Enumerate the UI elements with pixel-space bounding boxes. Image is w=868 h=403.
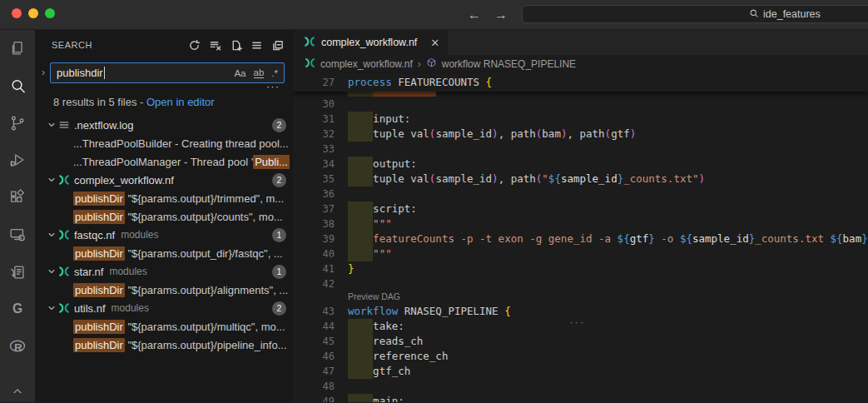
code-line[interactable]: 47 gtf_ch [293, 364, 868, 379]
activity-item-remote-explorer-icon[interactable] [0, 216, 35, 254]
line-number: 41 [293, 261, 348, 276]
match-result-row[interactable]: publishDir "${params.output}/multiqc", m… [35, 317, 293, 336]
code-line[interactable]: 31 input: [293, 112, 868, 127]
tab-complex-workflow[interactable]: complex_workflow.nf ✕ [293, 30, 448, 55]
line-number: 30 [293, 97, 348, 112]
titlebar: ← → ide_features [0, 0, 868, 30]
match-result-row[interactable]: publishDir "${params.output}/counts", mo… [35, 207, 293, 226]
code-line[interactable]: 48 [293, 379, 868, 394]
line-number: 46 [293, 349, 348, 364]
activity-item-source-control-icon[interactable] [0, 104, 35, 142]
open-new-search-editor-icon[interactable] [228, 37, 243, 52]
forward-arrow-icon[interactable]: → [494, 7, 508, 22]
code-line[interactable]: 44 take: [293, 319, 868, 334]
code-area[interactable]: 27process FEATURECOUNTS { 3031 input:32 … [293, 73, 868, 402]
code-line[interactable]: 36 [293, 187, 868, 202]
search-icon [749, 8, 759, 21]
more-actions-icon[interactable]: ··· [35, 83, 293, 93]
match-result-row[interactable]: ...ThreadPoolManager - Thread pool 'Publ… [35, 152, 293, 171]
match-result-row[interactable]: publishDir "${params.output}/pipeline_in… [35, 336, 293, 354]
partial-line-29 [293, 92, 868, 97]
line-number: 47 [293, 364, 348, 379]
line-number: 38 [293, 216, 348, 231]
line-number: 31 [293, 112, 348, 127]
file-result-row[interactable]: .nextflow.log2 [35, 116, 293, 134]
code-line[interactable]: 30 [293, 97, 868, 112]
activity-item-partial-bottom-icon[interactable] [0, 365, 35, 402]
close-window-button[interactable] [12, 8, 22, 18]
sticky-scroll-line[interactable]: 27process FEATURECOUNTS { [293, 73, 868, 92]
match-highlight: publishDir [73, 192, 125, 206]
code-line[interactable]: 49 main: [293, 394, 868, 402]
activity-item-extensions-icon[interactable] [0, 179, 35, 216]
file-description: modules [109, 266, 146, 277]
chevron-down-icon[interactable] [45, 266, 58, 276]
open-in-editor-link[interactable]: Open in editor [146, 96, 215, 108]
search-results-tree: .nextflow.log2...ThreadPoolBuilder - Cre… [35, 116, 293, 354]
breadcrumb-file[interactable]: complex_workflow.nf [320, 58, 413, 70]
code-line[interactable]: 39 featureCounts -p -t exon -g gene_id -… [293, 231, 868, 246]
file-result-row[interactable]: utils.nfmodules2 [35, 299, 293, 317]
match-highlight: publishDir [73, 246, 125, 261]
search-input[interactable]: publishdir Aaab.* [50, 62, 285, 83]
code-line[interactable]: 40 """ [293, 246, 868, 261]
clear-search-results-icon[interactable] [207, 37, 222, 52]
line-number: 44 [293, 319, 348, 334]
activity-item-run-debug-icon[interactable] [0, 142, 35, 179]
code-line[interactable]: 33 [293, 142, 868, 157]
code-line[interactable]: 42 [293, 276, 868, 291]
match-case-toggle[interactable]: Aa [234, 68, 246, 78]
code-line[interactable]: 35 tuple val(sample_id), path("${sample_… [293, 172, 868, 187]
file-name: .nextflow.log [74, 119, 134, 132]
chevron-down-icon[interactable] [45, 175, 58, 185]
symbol-cube-icon [426, 57, 437, 71]
activity-item-task-output-icon[interactable] [0, 253, 35, 291]
chevron-down-icon[interactable] [45, 120, 58, 130]
chevron-down-icon[interactable] [45, 230, 58, 240]
nextflow-icon [304, 36, 315, 50]
activity-item-r-language-icon[interactable]: R [0, 328, 35, 366]
file-result-row[interactable]: star.nfmodules1 [35, 262, 293, 281]
match-highlight: publishDir [73, 320, 125, 334]
code-line[interactable]: 45 reads_ch [293, 334, 868, 349]
code-line[interactable]: 32 tuple val(sample_id), path(bam), path… [293, 127, 868, 142]
ide-window: ← → ide_features GR SEARCH › publishdir [0, 0, 868, 403]
code-line[interactable]: 38 """ [293, 216, 868, 231]
code-line[interactable]: 34 output: [293, 157, 868, 172]
regex-toggle[interactable]: .* [271, 68, 278, 78]
code-line[interactable]: 37 script: [293, 202, 868, 216]
code-line[interactable]: 41} [293, 261, 868, 276]
history-nav: ← → [468, 0, 508, 30]
match-result-row[interactable]: publishDir "${params.output_dir}/fastqc"… [35, 244, 293, 262]
code-line[interactable]: 46 reference_ch [293, 349, 868, 364]
code-line[interactable]: 43workflow RNASEQ_PIPELINE {··· [293, 304, 868, 319]
command-center-label: ide_features [763, 8, 821, 20]
whole-word-toggle[interactable]: ab [254, 67, 265, 78]
view-as-list-icon[interactable] [249, 37, 264, 52]
toggle-replace-chevron-icon[interactable]: › [37, 62, 50, 83]
command-center[interactable]: ide_features [522, 5, 868, 23]
activity-item-explorer-icon[interactable] [0, 30, 35, 67]
line-number: 40 [293, 246, 348, 261]
file-result-row[interactable]: complex_workflow.nf2 [35, 171, 293, 189]
match-highlight: publishDir [73, 283, 125, 297]
collapse-all-icon[interactable] [270, 37, 285, 52]
line-number: 48 [293, 379, 348, 394]
close-tab-icon[interactable]: ✕ [430, 37, 439, 49]
maximize-window-button[interactable] [45, 8, 55, 18]
match-result-row[interactable]: publishDir "${params.output}/trimmed", m… [35, 189, 293, 207]
refresh-icon[interactable] [186, 37, 201, 52]
activity-item-gitlens-icon[interactable]: G [0, 291, 35, 328]
activity-item-search-icon[interactable] [0, 67, 35, 105]
tab-label: complex_workflow.nf [321, 37, 417, 48]
back-arrow-icon[interactable]: ← [468, 7, 481, 22]
traffic-lights [12, 8, 55, 18]
match-result-row[interactable]: ...ThreadPoolBuilder - Creating thread p… [35, 134, 293, 152]
minimize-window-button[interactable] [28, 8, 38, 18]
codelens-preview-dag[interactable]: Preview DAG [293, 291, 868, 304]
line-number: 33 [293, 142, 348, 157]
chevron-down-icon[interactable] [45, 303, 58, 313]
breadcrumb-symbol[interactable]: workflow RNASEQ_PIPELINE [442, 58, 576, 70]
match-result-row[interactable]: publishDir "${params.output}/alignments"… [35, 281, 293, 299]
file-result-row[interactable]: fastqc.nfmodules1 [35, 226, 293, 244]
